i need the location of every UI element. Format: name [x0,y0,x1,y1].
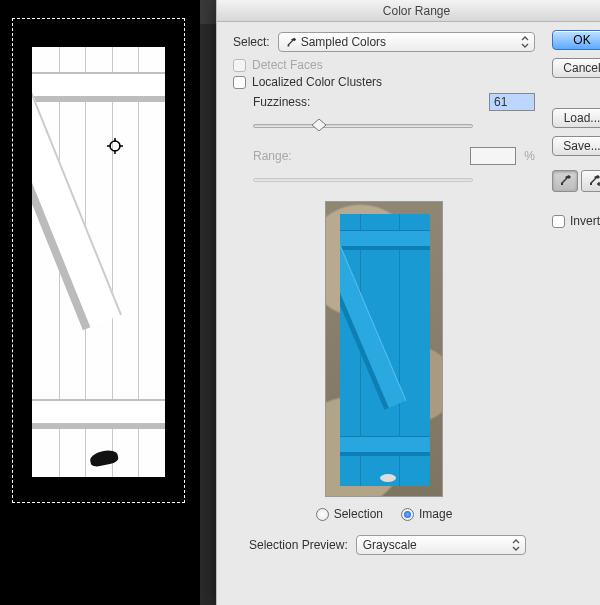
selection-preview-label: Selection Preview: [249,538,348,552]
selection-preview-dropdown[interactable]: Grayscale [356,535,526,555]
svg-point-0 [110,141,120,151]
detect-faces-label: Detect Faces [252,58,323,72]
radio-image-label: Image [419,507,452,521]
color-range-dialog: Color Range OK Cancel Load... Save... In… [216,0,600,605]
fuzziness-label: Fuzziness: [253,95,325,109]
invert-checkbox[interactable] [552,215,565,228]
preview-mode-selection[interactable]: Selection [316,507,383,521]
eyedropper-sample-button[interactable] [552,170,578,192]
chevron-updown-icon [511,538,521,552]
ok-button[interactable]: OK [552,30,600,50]
preview-mode-image[interactable]: Image [401,507,452,521]
eyedropper-icon [558,174,572,188]
cancel-button[interactable]: Cancel [552,58,600,78]
eyedropper-plus-icon [587,174,600,188]
eyedropper-icon [285,36,297,54]
radio-icon [401,508,414,521]
invert-label: Invert [570,214,600,228]
load-button[interactable]: Load... [552,108,600,128]
fuzziness-slider[interactable] [253,117,473,133]
radio-selection-label: Selection [334,507,383,521]
select-label: Select: [233,35,270,49]
range-slider [253,171,473,187]
fuzziness-input[interactable]: 61 [489,93,535,111]
select-mode-value: Sampled Colors [301,35,386,49]
chevron-updown-icon [520,35,530,49]
eyedropper-add-button[interactable] [581,170,600,192]
dialog-button-column: OK Cancel Load... Save... Invert [552,30,600,228]
range-label: Range: [253,149,325,163]
save-button[interactable]: Save... [552,136,600,156]
select-mode-dropdown[interactable]: Sampled Colors [278,32,535,52]
document-canvas[interactable] [0,0,200,605]
range-unit: % [524,149,535,163]
localized-clusters-checkbox[interactable] [233,76,246,89]
localized-clusters-label: Localized Color Clusters [252,75,382,89]
preview-image[interactable] [325,201,443,497]
selection-preview-value: Grayscale [363,538,417,552]
selection-mask-preview [32,47,165,477]
eyedropper-cursor [107,138,123,154]
radio-icon [316,508,329,521]
range-input [470,147,516,165]
detect-faces-checkbox[interactable] [233,59,246,72]
dialog-title: Color Range [217,0,600,22]
